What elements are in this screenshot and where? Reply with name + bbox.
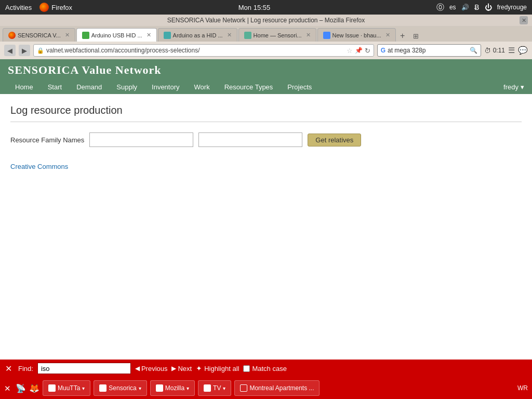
find-label: Find: bbox=[18, 365, 33, 373]
search-button[interactable]: 🔍 bbox=[470, 47, 477, 54]
previous-arrow-icon: ◀ bbox=[135, 365, 140, 372]
timer-box: ⏱ 0:11 bbox=[484, 47, 505, 55]
taskbar-muutta-label: MuuTTa bbox=[58, 384, 80, 392]
page-content: Log resource production Resource Family … bbox=[0, 94, 532, 181]
taskbar-muutta-arrow: ▾ bbox=[82, 385, 85, 391]
match-case-option[interactable]: Match case bbox=[243, 365, 286, 373]
tab-close-2[interactable]: ✕ bbox=[147, 32, 151, 38]
os-topbar: Activities Firefox Mon 15:55 ⓪ es 🔊 Ƀ ⏻ … bbox=[0, 0, 532, 15]
highlight-all-option[interactable]: ✦ Highlight all bbox=[196, 364, 239, 373]
taskbar-tv-arrow: ▾ bbox=[223, 385, 225, 391]
find-input[interactable] bbox=[37, 363, 131, 374]
browser-close-button[interactable]: ✕ bbox=[520, 16, 528, 24]
tab-icon-green bbox=[82, 32, 89, 39]
tab-icon-teal bbox=[164, 32, 171, 39]
activities-label[interactable]: Activities bbox=[5, 4, 32, 11]
taskbar-item-montreal[interactable]: Montreal Apartments ... bbox=[234, 380, 320, 396]
forward-button[interactable]: ▶ bbox=[19, 45, 30, 56]
nav-inventory[interactable]: Inventory bbox=[144, 80, 187, 94]
tab-close-5[interactable]: ✕ bbox=[385, 32, 390, 38]
taskbar-mozilla-icon bbox=[156, 384, 163, 392]
browser-tab-5[interactable]: New Issue · bhau... ✕ bbox=[317, 28, 396, 42]
taskbar-tv-icon bbox=[204, 384, 211, 392]
taskbar-item-sensorica[interactable]: Sensorica ▾ bbox=[94, 380, 147, 396]
taskbar-muutta-icon bbox=[48, 384, 56, 392]
tab-label-2: Arduino USB HID ... bbox=[91, 32, 142, 38]
taskbar-montreal-label: Montreal Apartments ... bbox=[249, 384, 314, 392]
tab-close-4[interactable]: ✕ bbox=[306, 32, 311, 38]
nav-home[interactable]: Home bbox=[8, 80, 41, 94]
google-icon: G bbox=[381, 47, 385, 54]
url-actions: 📌 ↻ bbox=[355, 47, 370, 55]
nav-user[interactable]: fredy ▾ bbox=[503, 83, 524, 91]
taskbar-montreal-icon bbox=[240, 384, 247, 392]
address-bar: ◀ ▶ 🔒 valnet.webfactional.com/accounting… bbox=[0, 42, 532, 59]
resource-form: Resource Family Names Get relatives bbox=[10, 132, 522, 147]
taskbar-close-button[interactable]: ✕ bbox=[4, 384, 12, 392]
tab-label-1: SENSORICA V... bbox=[18, 32, 61, 38]
os-user[interactable]: fredyrouge bbox=[497, 4, 527, 11]
bluetooth-icon: Ƀ bbox=[474, 3, 480, 11]
firefox-taskbar[interactable]: Firefox bbox=[39, 3, 72, 12]
sensorica-header: SENSORICA Value Network Home Start Deman… bbox=[0, 59, 532, 94]
url-box[interactable]: 🔒 valnet.webfactional.com/accounting/pro… bbox=[33, 44, 374, 57]
nav-work[interactable]: Work bbox=[187, 80, 217, 94]
tab-label-4: Home — Sensori... bbox=[254, 32, 302, 38]
resource-family-input-1[interactable] bbox=[89, 132, 193, 147]
search-box[interactable]: G at mega 328p 🔍 bbox=[377, 44, 481, 57]
browser-tab-firefox[interactable]: SENSORICA V... ✕ bbox=[3, 28, 75, 42]
nav-user-name: fredy bbox=[503, 83, 518, 91]
highlight-icon: ✦ bbox=[196, 364, 202, 373]
tab-grid-button[interactable]: ⊞ bbox=[410, 30, 422, 42]
browser-tab-3[interactable]: Arduino as a HID ... ✕ bbox=[158, 28, 237, 42]
taskbar-sensorica-arrow: ▾ bbox=[139, 385, 141, 391]
url-security-icon: 🔒 bbox=[37, 47, 44, 54]
tab-close-3[interactable]: ✕ bbox=[227, 32, 232, 38]
taskbar-sensorica-label: Sensorica bbox=[109, 384, 136, 392]
tab-label-5: New Issue · bhau... bbox=[332, 32, 381, 38]
firefox-label: Firefox bbox=[51, 4, 72, 11]
next-arrow-icon: ▶ bbox=[171, 365, 176, 372]
browser-title: SENSORICA Value Network | Log resource p… bbox=[167, 17, 365, 24]
timer-icon: ⏱ bbox=[484, 47, 491, 55]
find-bar: ✕ Find: ◀ Previous ▶ Next ✦ Highlight al… bbox=[0, 360, 532, 377]
previous-label: Previous bbox=[141, 365, 168, 373]
get-relatives-button[interactable]: Get relatives bbox=[308, 134, 361, 147]
taskbar-item-mozilla[interactable]: Mozilla ▾ bbox=[150, 380, 195, 396]
browser-tab-4[interactable]: Home — Sensori... ✕ bbox=[238, 28, 316, 42]
timer-value: 0:11 bbox=[493, 47, 505, 54]
os-clock: Mon 15:55 bbox=[72, 4, 436, 11]
nav-supply[interactable]: Supply bbox=[109, 80, 144, 94]
url-text: valnet.webfactional.com/accounting/proce… bbox=[46, 47, 200, 54]
nav-resource-types[interactable]: Resource Types bbox=[217, 80, 281, 94]
creative-commons-link[interactable]: Creative Commons bbox=[10, 163, 68, 170]
taskbar-item-muutta[interactable]: MuuTTa ▾ bbox=[43, 380, 90, 396]
highlight-label: Highlight all bbox=[204, 365, 239, 373]
nav-start[interactable]: Start bbox=[41, 80, 69, 94]
taskbar-item-tv[interactable]: TV ▾ bbox=[198, 380, 231, 396]
social-icon[interactable]: 💬 bbox=[518, 46, 528, 55]
power-icon: ⏻ bbox=[485, 3, 492, 11]
match-case-label: Match case bbox=[252, 365, 286, 373]
browser-tab-active[interactable]: Arduino USB HID ... ✕ bbox=[76, 28, 157, 42]
taskbar-rss-icon[interactable]: 📡 bbox=[16, 383, 26, 393]
back-button[interactable]: ◀ bbox=[4, 45, 16, 56]
tab-close-1[interactable]: ✕ bbox=[65, 32, 70, 38]
nav-demand[interactable]: Demand bbox=[69, 80, 109, 94]
browser-menu-icon[interactable]: ☰ bbox=[508, 46, 515, 55]
bookmark-icon[interactable]: ☆ bbox=[347, 47, 353, 55]
find-previous-button[interactable]: ◀ Previous bbox=[135, 365, 168, 373]
resource-family-input-2[interactable] bbox=[198, 132, 302, 147]
find-next-button[interactable]: ▶ Next bbox=[171, 365, 192, 373]
taskbar-browser-icon[interactable]: 🦊 bbox=[29, 383, 39, 393]
taskbar-sensorica-icon bbox=[99, 384, 107, 392]
tab-icon-firefox bbox=[8, 32, 16, 39]
nav-projects[interactable]: Projects bbox=[280, 80, 319, 94]
new-tab-button[interactable]: + bbox=[397, 30, 408, 42]
match-case-checkbox[interactable] bbox=[243, 365, 250, 372]
firefox-icon bbox=[39, 3, 49, 12]
taskbar-mozilla-label: Mozilla bbox=[165, 384, 184, 392]
find-close-button[interactable]: ✕ bbox=[5, 364, 12, 374]
sensorica-title: SENSORICA Value Network bbox=[8, 63, 524, 80]
url-refresh-icon[interactable]: ↻ bbox=[365, 47, 370, 55]
